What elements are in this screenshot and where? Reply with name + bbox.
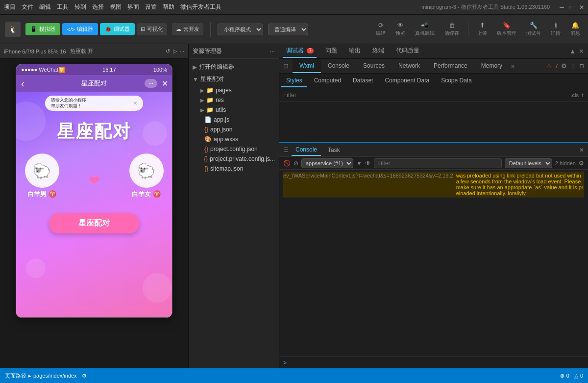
devtools-tabs: 调试器 7 问题 输出 终端 代码质量 ▲ ✕ xyxy=(279,44,588,59)
visual-label: 可视化 xyxy=(147,26,163,33)
inspector-tab-performance[interactable]: Performance xyxy=(427,59,474,73)
log-source-1: ev_/WAServiceMainContext.js?t=wechat&s=1… xyxy=(283,173,453,196)
inspector-tab-wxml[interactable]: Wxml xyxy=(293,59,321,73)
console-menu-icon[interactable]: ☰ xyxy=(283,147,289,153)
menu-item-goto[interactable]: 转到 xyxy=(74,3,86,11)
simulator-btn[interactable]: 📱 模拟器 xyxy=(25,23,60,35)
file-item-appjson[interactable]: {} app.json xyxy=(189,125,279,134)
file-item-res[interactable]: ▶ 📁 res xyxy=(189,95,279,105)
tab-codequality[interactable]: 代码质量 xyxy=(393,45,422,58)
phone-more-btn[interactable]: ··· xyxy=(145,79,157,88)
preview-btn[interactable]: 👁 预览 xyxy=(392,20,408,39)
file-item-projprivate[interactable]: {} project.private.config.js... xyxy=(189,154,279,164)
menu-item-settings[interactable]: 设置 xyxy=(145,3,157,11)
phone-action-button[interactable]: 星座配对 xyxy=(49,213,139,233)
tab-debugger[interactable]: 调试器 7 xyxy=(283,45,317,58)
console-input[interactable] xyxy=(290,359,584,366)
console-filter-input[interactable] xyxy=(374,158,502,168)
clear-btn[interactable]: 🗑 清缓存 xyxy=(441,20,462,39)
cls-button[interactable]: .cls xyxy=(570,92,579,98)
file-item-utils[interactable]: ▶ 📁 utils xyxy=(189,105,279,115)
phone-search-bar[interactable]: 请输入您的小程序帮朋友们刷题！ ✕ xyxy=(45,96,143,111)
inspector-selector-icon[interactable]: ⊡ xyxy=(279,59,293,73)
project-section[interactable]: ▼ 星座配对 xyxy=(189,73,279,85)
version-btn[interactable]: 🔖 版本管理 xyxy=(494,20,519,39)
editor-btn[interactable]: </> 编辑器 xyxy=(62,23,98,35)
styles-tab-scope[interactable]: Scope Data xyxy=(436,75,477,87)
settings-path-icon[interactable]: ⚙ xyxy=(82,373,87,379)
path-value[interactable]: pages/index/index xyxy=(33,373,77,379)
console-clear-icon[interactable]: 🚫 xyxy=(283,160,291,167)
mode-select[interactable]: 小程序模式 xyxy=(218,24,263,35)
menu-item-select[interactable]: 选择 xyxy=(92,3,104,11)
message-btn[interactable]: 🔔 消息 xyxy=(567,20,583,39)
file-item-pages[interactable]: ▶ 📁 pages xyxy=(189,85,279,95)
menu-item-project[interactable]: 项目 xyxy=(4,3,16,11)
settings-icon[interactable]: ⚙ xyxy=(561,62,567,70)
tab-terminal[interactable]: 终端 xyxy=(369,45,387,58)
tab-output[interactable]: 输出 xyxy=(346,45,364,58)
separator-1 xyxy=(210,22,211,37)
menu-item-edit[interactable]: 编辑 xyxy=(39,3,51,11)
minimize-icon[interactable]: ─ xyxy=(560,4,564,11)
phone-back-btn[interactable]: ‹ xyxy=(21,78,24,89)
settings-console-icon[interactable]: ⚙ xyxy=(579,160,584,167)
visual-btn[interactable]: ⊞ 可视化 xyxy=(137,23,167,35)
search-close[interactable]: ✕ xyxy=(133,101,137,106)
chevron-up-icon[interactable]: ▲ xyxy=(569,48,576,55)
close-window-icon[interactable]: ✕ xyxy=(579,4,584,11)
refresh-icon[interactable]: ↺ xyxy=(166,48,170,54)
close-devtools-icon[interactable]: ✕ xyxy=(579,48,584,55)
popout-icon[interactable]: ⊓ xyxy=(579,62,584,70)
compile-btn[interactable]: ⟳ 编译 xyxy=(373,20,389,39)
warning-icon: ⚠ xyxy=(546,63,552,70)
cloud-btn[interactable]: ☁ 云开发 xyxy=(172,23,203,35)
menu-item-view[interactable]: 视图 xyxy=(110,3,122,11)
styles-tab-styles[interactable]: Styles xyxy=(281,75,307,87)
menu-item-wechat[interactable]: 微信开发者工具 xyxy=(180,3,221,11)
maximize-icon[interactable]: □ xyxy=(570,4,573,11)
add-style-icon[interactable]: + xyxy=(581,92,584,99)
file-item-appwxss[interactable]: 🎨 app.wxss xyxy=(189,134,279,144)
file-item-sitemap[interactable]: {} sitemap.json xyxy=(189,164,279,174)
tab-issues[interactable]: 问题 xyxy=(322,45,340,58)
menu-item-file[interactable]: 文件 xyxy=(22,3,33,11)
file-item-appjs[interactable]: 📄 app.js xyxy=(189,115,279,125)
close-console-icon[interactable]: ✕ xyxy=(579,147,584,153)
phone-close-btn[interactable]: ✕ xyxy=(162,79,168,88)
upload-btn[interactable]: ⬆ 上传 xyxy=(474,20,490,39)
log-level-select[interactable]: Default levels xyxy=(505,158,552,168)
menu-item-tool[interactable]: 工具 xyxy=(57,3,69,11)
filter-eye-icon[interactable]: 👁 xyxy=(365,160,371,167)
styles-tab-dataset[interactable]: Dataset xyxy=(348,75,378,87)
compile-select[interactable]: 普通编译 xyxy=(268,24,308,35)
more-tabs-icon[interactable]: » xyxy=(511,63,514,70)
play-icon[interactable]: ▷ xyxy=(173,48,177,54)
source-selector[interactable]: appservice (#1) xyxy=(301,158,353,168)
hot-reload-toggle[interactable]: 热重载 开 xyxy=(70,48,93,55)
styles-tab-computed[interactable]: Computed xyxy=(309,75,346,87)
inspector-tab-memory[interactable]: Memory xyxy=(474,59,509,73)
inspector-tab-sources[interactable]: Sources xyxy=(356,59,392,73)
more-device-icon[interactable]: ··· xyxy=(180,48,184,54)
console-tab-console[interactable]: Console xyxy=(292,144,321,156)
debug-btn[interactable]: 🐞 调试器 xyxy=(100,23,135,35)
file-name-appjson: app.json xyxy=(210,126,232,133)
menu-item-interface[interactable]: 界面 xyxy=(127,3,139,11)
more-inspector-icon[interactable]: ⋮ xyxy=(570,62,576,70)
file-panel-more[interactable]: ··· xyxy=(270,48,275,55)
menu-item-help[interactable]: 帮助 xyxy=(163,3,174,11)
inspector-tab-network[interactable]: Network xyxy=(392,59,427,73)
console-tab-task[interactable]: Task xyxy=(324,145,344,155)
source-dropdown-icon[interactable]: ▼ xyxy=(356,160,362,167)
styles-filter-input[interactable] xyxy=(283,92,568,99)
opened-editors-section[interactable]: ▶ 打开的编辑器 xyxy=(189,61,279,73)
styles-tab-component[interactable]: Component Data xyxy=(380,75,434,87)
file-item-projconfig[interactable]: {} project.config.json xyxy=(189,144,279,154)
realtime-btn[interactable]: 📲 真机调试 xyxy=(412,20,438,39)
warning-status-icon: △ xyxy=(574,373,578,379)
inspector-tab-console[interactable]: Console xyxy=(321,59,356,73)
detail-btn[interactable]: ℹ 详情 xyxy=(548,20,564,39)
test-btn[interactable]: 🔧 测试号 xyxy=(523,20,544,39)
console-filter-icon[interactable]: ⊘ xyxy=(294,160,298,167)
